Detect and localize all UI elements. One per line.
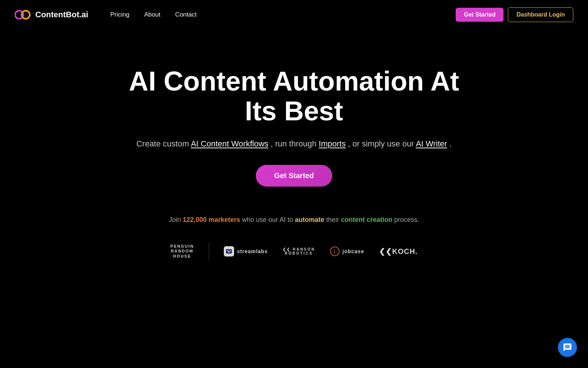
social-highlight-automate: automate bbox=[295, 216, 325, 223]
social-text-2: who use our AI to bbox=[242, 216, 293, 223]
streamlabs-icon bbox=[224, 246, 234, 256]
logo-text: ContentBot.ai bbox=[35, 10, 88, 20]
logo-jobcase: j jobcase bbox=[330, 247, 364, 256]
social-highlight-marketers: 122,000 marketers bbox=[183, 216, 240, 223]
navbar: ContentBot.ai Pricing About Contact Get … bbox=[0, 0, 588, 29]
nav-item-contact[interactable]: Contact bbox=[175, 11, 197, 18]
get-started-nav-button[interactable]: Get Started bbox=[456, 8, 503, 22]
subtitle-link-imports[interactable]: Imports bbox=[319, 139, 345, 148]
nav-item-about[interactable]: About bbox=[144, 11, 160, 18]
chat-bubble-button[interactable] bbox=[558, 338, 577, 357]
logo-streamlabs: streamlabs bbox=[224, 246, 268, 256]
hero-subtitle: Create custom AI Content Workflows , run… bbox=[136, 137, 452, 150]
logo-koch: ❮❮KOCH. bbox=[379, 247, 417, 256]
hero-section: AI Content Automation At Its Best Create… bbox=[0, 29, 588, 261]
jobcase-label: jobcase bbox=[343, 248, 364, 254]
logo-hanson: ❮❮ HANSON ROBOTICS bbox=[283, 247, 315, 255]
subtitle-link-aiwriter[interactable]: AI Writer bbox=[416, 139, 447, 148]
nav-links: Pricing About Contact bbox=[110, 11, 197, 18]
social-highlight-content: content creation bbox=[341, 216, 392, 223]
subtitle-plain-1: Create custom bbox=[136, 139, 189, 148]
social-text-4: process. bbox=[394, 216, 419, 223]
nav-right: Get Started Dashboard Login bbox=[456, 7, 573, 22]
nav-left: ContentBot.ai Pricing About Contact bbox=[15, 10, 197, 20]
koch-label: ❮❮KOCH. bbox=[379, 247, 417, 256]
social-text-3: their bbox=[326, 216, 339, 223]
jobcase-icon: j bbox=[330, 247, 340, 256]
social-text-1: Join bbox=[169, 216, 181, 223]
chat-icon bbox=[563, 343, 572, 352]
logo-icon bbox=[15, 10, 31, 20]
subtitle-link-workflows[interactable]: AI Content Workflows bbox=[191, 139, 268, 148]
dashboard-login-button[interactable]: Dashboard Login bbox=[508, 7, 573, 22]
nav-item-pricing[interactable]: Pricing bbox=[110, 11, 129, 18]
streamlabs-label: streamlabs bbox=[237, 248, 268, 254]
subtitle-plain-3: , or simply use our bbox=[348, 139, 414, 148]
social-proof: Join 122,000 marketers who use our AI to… bbox=[169, 216, 419, 224]
logo-divider-1 bbox=[209, 242, 209, 261]
logo-penguin: Penguin Random House bbox=[171, 244, 194, 259]
hero-title: AI Content Automation At Its Best bbox=[129, 66, 459, 126]
penguin-label: Penguin Random House bbox=[171, 244, 194, 259]
nav-link-about[interactable]: About bbox=[144, 11, 160, 18]
hanson-label: ❮❮ HANSON ROBOTICS bbox=[283, 247, 315, 255]
subtitle-plain-2: , run through bbox=[270, 139, 316, 148]
get-started-hero-button[interactable]: Get Started bbox=[256, 165, 332, 187]
logo-link[interactable]: ContentBot.ai bbox=[15, 10, 88, 20]
svg-rect-3 bbox=[226, 249, 232, 254]
social-proof-text: Join 122,000 marketers who use our AI to… bbox=[169, 216, 419, 224]
svg-point-2 bbox=[21, 12, 24, 18]
nav-link-pricing[interactable]: Pricing bbox=[110, 11, 129, 18]
subtitle-plain-4: . bbox=[449, 139, 452, 148]
nav-link-contact[interactable]: Contact bbox=[175, 11, 197, 18]
logos-row: Penguin Random House streamlabs ❮❮ HANSO… bbox=[156, 242, 433, 261]
